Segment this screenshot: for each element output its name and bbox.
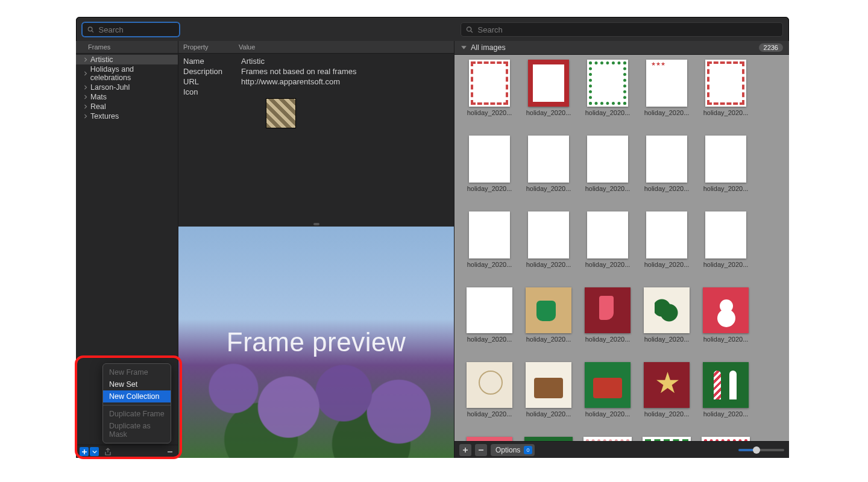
- sidebar-item-label: Real: [90, 102, 106, 111]
- thumbnail-label: holiday_2020...: [467, 410, 512, 418]
- property-icon-thumbnail[interactable]: [266, 98, 296, 128]
- thumbnail[interactable]: holiday_2020...: [524, 287, 573, 343]
- left-search[interactable]: [82, 22, 180, 37]
- property-row[interactable]: URLhttp://www.apparentsoft.com: [178, 77, 454, 87]
- chevron-right-icon: [83, 104, 88, 109]
- thumbnail-image: [467, 437, 512, 441]
- plus-icon: [81, 449, 87, 455]
- thumbnail-label: holiday_2020...: [644, 185, 690, 192]
- zoom-slider[interactable]: [738, 449, 784, 451]
- thumbnail[interactable]: holiday_2020...: [583, 362, 632, 418]
- sidebar-item[interactable]: Real: [76, 102, 178, 111]
- thumbnail-image: [643, 437, 691, 441]
- chevron-right-icon: [83, 71, 88, 76]
- property-row[interactable]: DescriptionFrames not based on real fram…: [178, 66, 454, 77]
- thumbnail-label: holiday_2020...: [703, 185, 749, 192]
- add-menu-button[interactable]: [90, 447, 99, 456]
- thumbnail-image: [583, 437, 632, 441]
- thumbnail-grid: holiday_2020...holiday_2020...holiday_20…: [465, 60, 783, 441]
- gallery-scroll[interactable]: holiday_2020...holiday_2020...holiday_20…: [454, 55, 789, 441]
- sidebar-footer: [76, 445, 178, 458]
- options-button[interactable]: Options: [491, 444, 535, 456]
- thumbnail[interactable]: holiday_2020...: [524, 136, 573, 192]
- thumbnail-label: holiday_2020...: [703, 410, 749, 418]
- thumbnail[interactable]: holiday_2020...: [702, 211, 750, 268]
- thumbnail[interactable]: holiday_2020...: [465, 362, 514, 418]
- menu-item[interactable]: New Set: [103, 378, 171, 390]
- thumbnail[interactable]: holiday_2020...: [524, 362, 573, 418]
- thumbnail-label: holiday_2020...: [644, 336, 690, 343]
- gallery-remove-button[interactable]: [475, 444, 487, 456]
- right-search[interactable]: [461, 22, 783, 37]
- thumbnail[interactable]: holiday_2020...: [702, 362, 750, 418]
- thumbnail-image: [587, 136, 628, 183]
- thumbnail[interactable]: holiday_2020...: [702, 287, 750, 343]
- thumbnail-image: [705, 60, 746, 107]
- thumbnail[interactable]: holiday_2020...: [524, 60, 573, 116]
- thumbnail-label: holiday_2020...: [467, 109, 512, 116]
- resize-grip[interactable]: [313, 223, 319, 225]
- thumbnail[interactable]: holiday_2020...: [465, 211, 514, 268]
- thumbnail-image: [644, 362, 690, 408]
- gallery-header[interactable]: All images 2236: [454, 41, 789, 55]
- property-key: Description: [183, 67, 241, 76]
- thumbnail-label: holiday_2020...: [585, 185, 631, 192]
- property-key: Icon: [183, 87, 241, 96]
- menu-item[interactable]: New Collection: [103, 390, 171, 402]
- remove-button[interactable]: [166, 448, 174, 456]
- minus-icon: [478, 447, 484, 453]
- thumbnail[interactable]: holiday_2020...: [583, 136, 632, 192]
- thumbnail[interactable]: holiday_2020...: [465, 136, 514, 192]
- sidebar-item[interactable]: Larson-Juhl: [76, 83, 178, 92]
- share-button[interactable]: [104, 448, 112, 456]
- disclosure-triangle-icon[interactable]: [461, 45, 467, 51]
- thumbnail[interactable]: holiday_2020...: [702, 136, 750, 192]
- add-context-menu[interactable]: New FrameNew SetNew CollectionDuplicate …: [102, 363, 171, 443]
- sidebar-item[interactable]: Holidays and celebrations: [76, 64, 178, 83]
- thumbnail[interactable]: holiday_2020...: [583, 287, 632, 343]
- thumbnail-image: [528, 211, 569, 258]
- thumbnail[interactable]: holiday_2020...: [643, 287, 691, 343]
- chevron-right-icon: [83, 85, 88, 90]
- thumbnail-label: holiday_2020...: [644, 410, 690, 418]
- thumbnail[interactable]: holiday_2020...: [702, 437, 750, 441]
- property-row[interactable]: NameArtistic: [178, 56, 454, 66]
- thumbnail[interactable]: holiday_2020...: [583, 60, 632, 116]
- thumbnail[interactable]: holiday_2020...: [643, 437, 691, 441]
- thumbnail-label: holiday_2020...: [467, 185, 512, 192]
- thumbnail[interactable]: holiday_2020...: [643, 362, 691, 418]
- thumbnail[interactable]: holiday_2020...: [643, 60, 691, 116]
- thumbnail[interactable]: holiday_2020...: [465, 60, 514, 116]
- thumbnail[interactable]: holiday_2020...: [465, 437, 514, 441]
- thumbnail[interactable]: holiday_2020...: [524, 211, 573, 268]
- sidebar-item[interactable]: Mats: [76, 92, 178, 102]
- property-key: URL: [183, 77, 241, 86]
- add-button[interactable]: [80, 447, 89, 456]
- thumbnail-image: [585, 287, 631, 333]
- thumbnail[interactable]: holiday_2020...: [643, 136, 691, 192]
- gallery-footer: Options: [454, 441, 789, 458]
- property-row[interactable]: Icon: [178, 87, 454, 97]
- properties-body: NameArtisticDescriptionFrames not based …: [178, 54, 454, 134]
- preview-art: [178, 227, 454, 458]
- menu-separator: [103, 405, 171, 405]
- thumbnail-label: holiday_2020...: [703, 336, 749, 343]
- sidebar-item-label: Larson-Juhl: [90, 83, 130, 92]
- options-disclosure: [524, 446, 532, 454]
- chevron-right-icon: [83, 95, 88, 99]
- thumbnail[interactable]: holiday_2020...: [643, 211, 691, 268]
- gallery-title: All images: [471, 43, 506, 52]
- thumbnail[interactable]: holiday_2020...: [524, 437, 573, 441]
- frame-preview: Frame preview: [178, 227, 454, 458]
- thumbnail[interactable]: holiday_2020...: [702, 60, 750, 116]
- sidebar-item[interactable]: Textures: [76, 111, 178, 121]
- left-search-input[interactable]: [98, 25, 174, 35]
- thumbnail-image: [646, 136, 687, 183]
- thumbnail[interactable]: holiday_2020...: [583, 437, 632, 441]
- thumbnail[interactable]: holiday_2020...: [465, 287, 514, 343]
- thumbnail-label: holiday_2020...: [526, 336, 571, 343]
- thumbnail[interactable]: holiday_2020...: [583, 211, 632, 268]
- sidebar-item[interactable]: Artistic: [76, 55, 178, 64]
- gallery-add-button[interactable]: [459, 444, 471, 456]
- right-search-input[interactable]: [477, 25, 778, 35]
